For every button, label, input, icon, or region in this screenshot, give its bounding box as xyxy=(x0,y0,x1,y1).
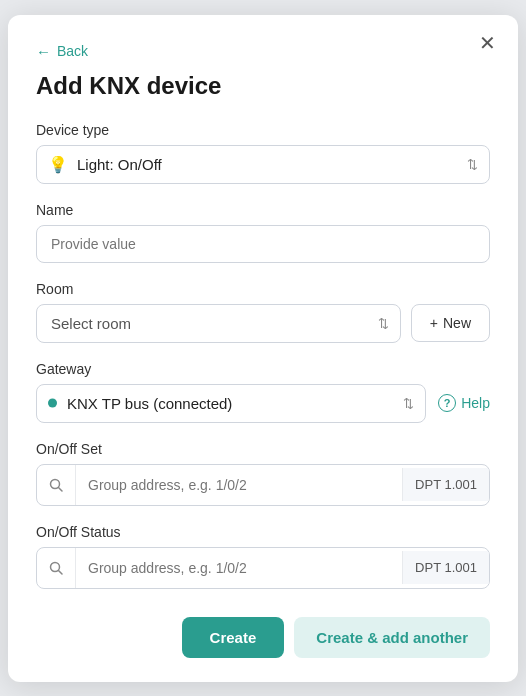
name-group: Name xyxy=(36,202,490,263)
help-label: Help xyxy=(461,395,490,411)
create-button[interactable]: Create xyxy=(182,617,285,658)
close-icon: ✕ xyxy=(479,32,496,54)
name-input[interactable] xyxy=(36,225,490,263)
help-link[interactable]: ? Help xyxy=(438,394,490,412)
plus-icon: + xyxy=(430,315,438,331)
gateway-select[interactable]: KNX TP bus (connected) xyxy=(36,384,426,423)
gateway-row: KNX TP bus (connected) ⇅ ? Help xyxy=(36,384,490,423)
on-off-set-input-wrapper: DPT 1.001 xyxy=(36,464,490,506)
room-row: Select room ⇅ + New xyxy=(36,304,490,343)
on-off-set-dpt-badge: DPT 1.001 xyxy=(402,468,489,501)
on-off-status-input-wrapper: DPT 1.001 xyxy=(36,547,490,589)
back-button[interactable]: ← Back xyxy=(36,43,88,60)
room-select[interactable]: Select room xyxy=(36,304,401,343)
on-off-status-label: On/Off Status xyxy=(36,524,490,540)
on-off-set-group: On/Off Set DPT 1.001 xyxy=(36,441,490,506)
room-group: Room Select room ⇅ + New xyxy=(36,281,490,343)
room-label: Room xyxy=(36,281,490,297)
name-label: Name xyxy=(36,202,490,218)
svg-line-1 xyxy=(59,487,63,491)
back-label: Back xyxy=(57,43,88,59)
page-title: Add KNX device xyxy=(36,72,490,100)
search-icon-2 xyxy=(37,548,76,588)
back-arrow-icon: ← xyxy=(36,43,51,60)
new-room-button[interactable]: + New xyxy=(411,304,490,342)
gateway-select-wrapper: KNX TP bus (connected) ⇅ xyxy=(36,384,426,423)
modal-overlay: ✕ ← Back Add KNX device Device type 💡 Li… xyxy=(0,0,526,696)
on-off-status-group: On/Off Status DPT 1.001 xyxy=(36,524,490,589)
room-select-wrapper: Select room ⇅ xyxy=(36,304,401,343)
device-type-label: Device type xyxy=(36,122,490,138)
gateway-label: Gateway xyxy=(36,361,490,377)
on-off-status-input[interactable] xyxy=(76,550,402,586)
search-icon xyxy=(37,465,76,505)
device-type-select[interactable]: Light: On/Off xyxy=(36,145,490,184)
help-circle-icon: ? xyxy=(438,394,456,412)
modal-dialog: ✕ ← Back Add KNX device Device type 💡 Li… xyxy=(8,15,518,682)
device-type-group: Device type 💡 Light: On/Off ⇅ xyxy=(36,122,490,184)
svg-line-3 xyxy=(59,570,63,574)
close-button[interactable]: ✕ xyxy=(473,31,502,55)
on-off-set-label: On/Off Set xyxy=(36,441,490,457)
on-off-set-input[interactable] xyxy=(76,467,402,503)
gateway-group: Gateway KNX TP bus (connected) ⇅ ? Help xyxy=(36,361,490,423)
device-type-select-wrapper: 💡 Light: On/Off ⇅ xyxy=(36,145,490,184)
create-add-another-button[interactable]: Create & add another xyxy=(294,617,490,658)
new-room-label: New xyxy=(443,315,471,331)
on-off-status-dpt-badge: DPT 1.001 xyxy=(402,551,489,584)
footer-buttons: Create Create & add another xyxy=(36,617,490,658)
